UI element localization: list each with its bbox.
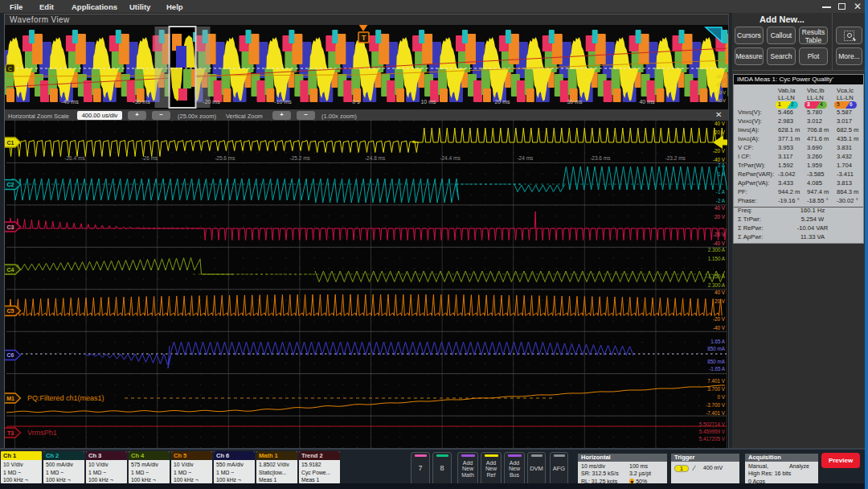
svg-text:0 V: 0 V bbox=[718, 394, 726, 400]
svg-text:-25.2 ms: -25.2 ms bbox=[290, 155, 311, 161]
svg-text:C2: C2 bbox=[7, 182, 14, 187]
svg-text:C1: C1 bbox=[7, 140, 14, 146]
svg-text:0 s: 0 s bbox=[352, 99, 360, 105]
svg-text:-40 V: -40 V bbox=[713, 240, 726, 246]
svg-text:5.459959 V: 5.459959 V bbox=[699, 429, 726, 434]
svg-text:PQ:Filtered ch1(meas1): PQ:Filtered ch1(meas1) bbox=[27, 394, 104, 402]
svg-text:-24 ms: -24 ms bbox=[517, 155, 534, 161]
svg-text:T: T bbox=[362, 34, 366, 42]
svg-text:30 ms: 30 ms bbox=[567, 99, 583, 105]
svg-text:3.700 V: 3.700 V bbox=[707, 386, 726, 392]
svg-text:-20 ms: -20 ms bbox=[203, 99, 220, 105]
svg-text:20 V: 20 V bbox=[714, 214, 726, 220]
svg-text:-40 ms: -40 ms bbox=[61, 99, 79, 105]
svg-text:-10 V: -10 V bbox=[715, 74, 726, 79]
svg-text:-1 A: -1 A bbox=[716, 189, 726, 195]
svg-text:-23.6 ms: -23.6 ms bbox=[590, 155, 611, 161]
svg-text:-23.2 ms: -23.2 ms bbox=[665, 155, 686, 161]
svg-text:-1.65 A: -1.65 A bbox=[709, 366, 726, 372]
svg-text:C3: C3 bbox=[7, 224, 14, 230]
svg-text:850 mA: 850 mA bbox=[707, 346, 726, 351]
svg-text:-24.8 ms: -24.8 ms bbox=[365, 155, 386, 161]
svg-text:-26.4 ms: -26.4 ms bbox=[64, 155, 85, 161]
svg-text:10 ms: 10 ms bbox=[420, 99, 436, 105]
svg-text:VrmsPh1: VrmsPh1 bbox=[27, 429, 57, 437]
svg-text:5.417205 V: 5.417205 V bbox=[699, 436, 726, 442]
svg-text:20 V: 20 V bbox=[714, 129, 726, 135]
svg-text:-40 V: -40 V bbox=[713, 157, 726, 162]
svg-text:-20 V: -20 V bbox=[713, 148, 726, 154]
svg-text:20 V: 20 V bbox=[714, 298, 726, 304]
svg-text:-26 ms: -26 ms bbox=[141, 155, 158, 161]
svg-text:C5: C5 bbox=[7, 308, 14, 314]
svg-text:7.401 V: 7.401 V bbox=[707, 378, 726, 384]
svg-text:C: C bbox=[8, 66, 12, 72]
svg-text:-40 V: -40 V bbox=[715, 98, 726, 103]
svg-text:M1: M1 bbox=[6, 396, 14, 401]
svg-text:1.150 A: 1.150 A bbox=[708, 256, 726, 261]
svg-text:-20 V: -20 V bbox=[715, 82, 726, 87]
svg-text:-30 ms: -30 ms bbox=[133, 99, 150, 105]
svg-text:-2 A: -2 A bbox=[716, 198, 726, 203]
svg-text:40 ms: 40 ms bbox=[639, 99, 655, 105]
svg-text:-3.700 V: -3.700 V bbox=[706, 402, 726, 408]
svg-text:-7.401 V: -7.401 V bbox=[706, 410, 726, 416]
svg-text:-40 V: -40 V bbox=[713, 325, 726, 331]
svg-text:C4: C4 bbox=[7, 267, 14, 273]
svg-text:2.300 A: 2.300 A bbox=[708, 282, 726, 288]
svg-text:-20 V: -20 V bbox=[713, 232, 726, 237]
svg-text:40 V: 40 V bbox=[714, 121, 726, 126]
svg-text:-10 ms: -10 ms bbox=[274, 99, 292, 105]
svg-text:2 A: 2 A bbox=[718, 162, 726, 168]
svg-text:1 A: 1 A bbox=[718, 171, 726, 177]
svg-text:20 ms: 20 ms bbox=[494, 99, 510, 105]
svg-text:T3: T3 bbox=[7, 430, 14, 436]
svg-text:-20 V: -20 V bbox=[713, 316, 726, 322]
svg-text:2.300 A: 2.300 A bbox=[708, 247, 726, 253]
svg-text:40 V: 40 V bbox=[714, 205, 726, 211]
svg-text:1.65 A: 1.65 A bbox=[710, 339, 726, 344]
svg-text:-30 V: -30 V bbox=[715, 90, 726, 95]
svg-text:850 mA: 850 mA bbox=[707, 359, 726, 364]
svg-text:5.502714 V: 5.502714 V bbox=[699, 421, 726, 427]
svg-text:-25.6 ms: -25.6 ms bbox=[215, 155, 235, 161]
svg-text:C6: C6 bbox=[7, 352, 14, 358]
svg-text:-24.4 ms: -24.4 ms bbox=[440, 155, 461, 161]
svg-text:40 V: 40 V bbox=[714, 290, 726, 295]
svg-text:-1.150 A: -1.150 A bbox=[706, 273, 726, 279]
